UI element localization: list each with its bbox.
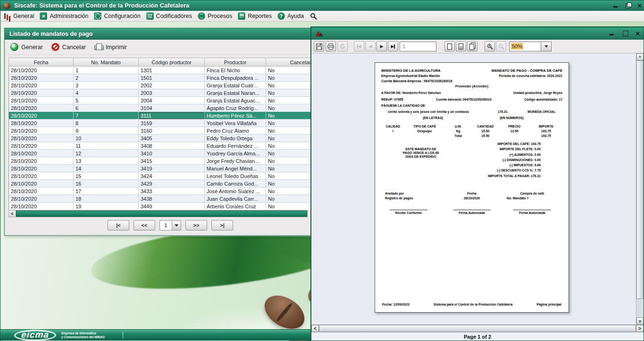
zoom-out-button[interactable] [496, 41, 506, 51]
table-row[interactable]: 28/10/202083159Yosibel Vera VillafañaNo [9, 119, 311, 127]
table-cell[interactable]: No [266, 142, 311, 150]
table-cell[interactable]: Yosibel Vera Villafaña [205, 119, 266, 127]
menu-codificadores[interactable]: 010101 Codificadores [145, 12, 195, 20]
table-row[interactable]: 28/10/2020113408Eduardo Fernández ...No [9, 142, 311, 150]
table-row[interactable]: 28/10/202093160Pedro Cruz ÁlamoNo [9, 127, 311, 135]
table-row[interactable]: 28/10/202011301Finca El NichoNo [9, 67, 311, 74]
table-row[interactable]: 28/10/202073111Humberto Pérez Sá...No [9, 112, 311, 119]
table-row[interactable]: 28/10/2020193449Arbenis Corales CruzNo [9, 203, 311, 210]
table-cell[interactable]: 28/10/2020 [9, 97, 74, 104]
refresh-button[interactable] [337, 41, 348, 51]
table-cell[interactable]: 28/10/2020 [9, 135, 74, 142]
table-cell[interactable]: Eduardo Fernández ... [205, 142, 266, 150]
page-width-view-button[interactable] [456, 41, 466, 51]
table-row[interactable]: 28/10/202042003Granja Estatal Naran...No [9, 89, 311, 97]
table-cell[interactable]: 7 [74, 112, 139, 119]
next-page-button[interactable]: >> [185, 220, 207, 230]
preview-horizontal-scrollbar[interactable]: < > [311, 324, 644, 332]
table-row[interactable]: 28/10/202032002Granja Estatal Cuatr...No [9, 82, 311, 89]
maximize-icon[interactable] [622, 31, 629, 36]
column-header-codigo-productor[interactable]: Código productor [139, 58, 205, 67]
close-icon[interactable]: × [637, 3, 642, 9]
table-cell[interactable]: 3160 [139, 127, 205, 135]
table-cell[interactable]: Camilo Carroza God... [205, 180, 266, 188]
scrollbar-thumb[interactable] [319, 325, 636, 332]
table-cell[interactable]: 3419 [139, 165, 205, 172]
table-cell[interactable]: Leonel Toledo Dueñas [205, 172, 266, 180]
table-cell[interactable]: 3 [74, 82, 139, 89]
table-cell[interactable]: 28/10/2020 [9, 119, 74, 127]
table-row[interactable]: 28/10/2020123410Yusdrey García Alma...No [9, 150, 311, 157]
table-cell[interactable]: No [266, 97, 311, 104]
table-cell[interactable]: 28/10/2020 [9, 150, 74, 157]
table-cell[interactable]: Yusdrey García Alma... [205, 150, 266, 157]
table-cell[interactable]: 4 [74, 89, 139, 97]
table-cell[interactable]: 3405 [139, 135, 205, 142]
last-page-button[interactable]: >| [211, 220, 233, 230]
table-row[interactable]: 28/10/2020153424Leonel Toledo DueñasNo [9, 172, 311, 180]
table-cell[interactable]: 16 [74, 180, 139, 188]
minimize-icon[interactable] [609, 31, 616, 36]
table-cell[interactable]: No [266, 89, 311, 97]
single-page-view-button[interactable] [444, 41, 455, 51]
table-cell[interactable]: No [266, 67, 311, 74]
table-cell[interactable]: 11 [74, 142, 139, 150]
close-icon[interactable]: × [636, 31, 640, 36]
menu-reportes[interactable]: Reportes [237, 12, 275, 20]
table-cell[interactable]: 28/10/2020 [9, 157, 74, 165]
table-cell[interactable]: Eddy Toledo Ortega [205, 135, 266, 142]
table-cell[interactable]: 28/10/2020 [9, 180, 74, 188]
first-page-button[interactable]: ◀ [354, 41, 364, 51]
table-cell[interactable]: 28/10/2020 [9, 203, 74, 210]
first-page-button[interactable]: |< [108, 220, 129, 230]
table-cell[interactable]: 3429 [139, 180, 205, 188]
preview-titlebar[interactable]: × [311, 27, 644, 40]
table-cell[interactable]: No [266, 157, 311, 165]
table-cell[interactable]: No [266, 195, 311, 203]
table-cell[interactable]: 28/10/2020 [9, 172, 74, 180]
main-titlebar[interactable]: Siscafe: Sistema para el Control de la P… [0, 0, 644, 11]
table-row[interactable]: 28/10/2020143419Manuel Angel Ménd...No [9, 165, 311, 172]
table-cell[interactable]: 28/10/2020 [9, 67, 74, 74]
scroll-left-icon[interactable]: < [9, 211, 16, 217]
previous-page-button[interactable]: << [134, 220, 155, 230]
table-cell[interactable]: Arbenis Corales Cruz [205, 203, 266, 210]
scroll-up-icon[interactable]: ^ [636, 53, 644, 60]
table-cell[interactable]: 5 [74, 97, 139, 104]
mandates-titlebar[interactable]: Listado de mandatos de pago [5, 28, 310, 40]
table-row[interactable]: 28/10/2020163429Camilo Carroza God...No [9, 180, 311, 188]
table-cell[interactable]: 3449 [139, 203, 205, 210]
table-row[interactable]: 28/10/202052004Granja Estatal Aguac...No [9, 97, 311, 104]
zoom-level-combo[interactable]: 50% [509, 42, 552, 51]
table-cell[interactable]: 3104 [139, 104, 205, 112]
table-cell[interactable]: 2003 [139, 89, 205, 97]
minimize-icon[interactable] [613, 3, 619, 9]
menu-search[interactable] [309, 12, 320, 20]
table-cell[interactable]: 15 [74, 172, 139, 180]
table-cell[interactable]: 28/10/2020 [9, 142, 74, 150]
table-cell[interactable]: Granja Estatal Naran... [205, 89, 266, 97]
mandates-horizontal-scrollbar[interactable]: < [8, 210, 308, 217]
table-cell[interactable]: 3415 [139, 157, 205, 165]
table-cell[interactable]: No [266, 119, 311, 127]
table-cell[interactable]: 28/10/2020 [9, 82, 74, 89]
table-row[interactable]: 28/10/2020133415Jorge Fredy Chavian...No [9, 157, 311, 165]
table-cell[interactable]: No [266, 104, 311, 112]
table-cell[interactable]: 28/10/2020 [9, 188, 74, 195]
table-cell[interactable]: Granja Estatal Cuatr... [205, 82, 266, 89]
table-cell[interactable]: 19 [74, 203, 139, 210]
table-cell[interactable]: José Antonio Suárez ... [205, 188, 266, 195]
menu-procesos[interactable]: Procesos [197, 12, 235, 20]
table-cell[interactable]: 1 [74, 67, 139, 74]
menu-ayuda[interactable]: Ayuda [276, 12, 307, 20]
table-cell[interactable]: 3438 [139, 195, 205, 203]
table-cell[interactable]: 13 [74, 157, 139, 165]
table-cell[interactable]: 28/10/2020 [9, 112, 74, 119]
table-cell[interactable]: No [266, 82, 311, 89]
table-cell[interactable]: 1301 [139, 67, 205, 74]
table-cell[interactable]: 28/10/2020 [9, 127, 74, 135]
restore-icon[interactable] [625, 3, 632, 9]
save-button[interactable] [314, 41, 324, 51]
table-cell[interactable]: No [266, 172, 311, 180]
multi-page-view-button[interactable] [467, 41, 477, 51]
